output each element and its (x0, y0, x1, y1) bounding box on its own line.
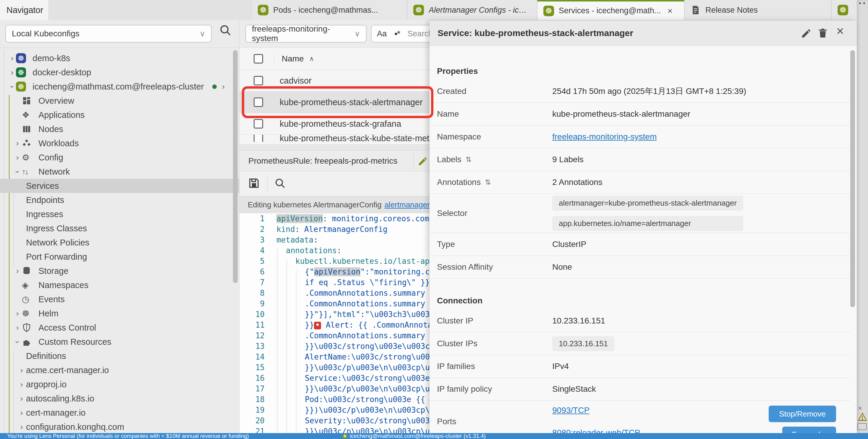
property-label: Namespace (430, 132, 552, 141)
sidebar-item-configuration-konghq-com[interactable]: ›configuration.konghq.com (0, 420, 240, 434)
chevron-right-icon[interactable]: › (8, 54, 16, 63)
case-sensitive-toggle[interactable]: Aa (377, 29, 387, 38)
sort-icon[interactable]: ⇅ (466, 156, 471, 164)
select-all-checkbox[interactable] (254, 54, 263, 64)
yaml-editor[interactable]: 1 apiVersion: monitoring.coreos.com/v12 … (240, 213, 430, 433)
table-row-kube-prometheus-stack-kube-state-metrics[interactable]: kube-prometheus-stack-kube-state-metrics (240, 135, 430, 142)
line-number: 6 (240, 267, 265, 277)
drawer-scrollbar[interactable] (850, 50, 855, 307)
sidebar-item-definitions[interactable]: Definitions (0, 349, 240, 363)
sidebar-item-port-forwarding[interactable]: Port Forwarding (0, 250, 240, 264)
line-number: 8 (240, 288, 265, 298)
chevron-right-icon[interactable]: › (13, 309, 22, 318)
edit-icon[interactable] (801, 27, 812, 40)
chevron-right-icon[interactable]: › (17, 380, 26, 389)
sidebar-item-ingresses[interactable]: Ingresses (0, 207, 240, 221)
sidebar-item-acme-cert-manager-io[interactable]: ›acme.cert-manager.io (0, 363, 240, 377)
chevron-down-icon[interactable]: › (13, 337, 22, 346)
storage-icon (22, 266, 31, 276)
chevron-right-icon[interactable]: › (13, 323, 22, 332)
code-line-6: 6 {"apiVersion":"monitoring.core (240, 267, 430, 277)
property-row-namespace: Namespacefreeleaps-monitoring-system (430, 126, 850, 148)
edit-icon[interactable] (417, 156, 429, 169)
save-icon[interactable] (248, 177, 260, 191)
stop-remove-button[interactable]: Stop/Remove (769, 406, 836, 422)
drawer-body: PropertiesCreated254d 17h 50m ago (2025年… (430, 46, 850, 433)
code-line-1: 1 apiVersion: monitoring.coreos.com/v1 (240, 213, 430, 224)
sidebar-item-demo-k8s[interactable]: ›☸demo-k8s (0, 51, 240, 65)
chevron-right-icon[interactable]: › (8, 68, 16, 77)
sort-asc-icon[interactable]: ∧ (309, 55, 314, 63)
row-checkbox[interactable] (254, 76, 263, 86)
tab-pods[interactable]: ☸Pods - icecheng@mathmas... (252, 0, 407, 20)
sidebar-item-argoproj-io[interactable]: ›argoproj.io (0, 377, 240, 392)
sidebar-item-cert-manager-io[interactable]: ›cert-manager.io (0, 406, 240, 420)
license-text: You're using Lens Personal (for individu… (7, 433, 249, 439)
sidebar-item-label: Overview (38, 96, 74, 106)
tab-services[interactable]: ☸Services - icecheng@math...× (537, 0, 684, 20)
forward-button[interactable]: Forward... (782, 427, 836, 433)
regex-toggle[interactable]: ▪* (394, 29, 400, 39)
trash-icon[interactable] (817, 27, 829, 40)
row-checkbox[interactable] (254, 135, 263, 142)
code-line-10: 10 }}"}],"html":"\u003ch3\u003e\u (240, 309, 430, 319)
sidebar-item-config[interactable]: ›⚙Config (0, 150, 240, 165)
chevron-down-icon[interactable]: › (8, 82, 16, 91)
sidebar-item-nodes[interactable]: Nodes (0, 122, 240, 136)
selector-chip: app.kubernetes.io/name=alertmanager (552, 216, 743, 231)
navigator-pane-tab[interactable]: Navigator (0, 0, 48, 20)
property-value: 9 Labels (552, 155, 584, 164)
sidebar-item-ingress-classes[interactable]: Ingress Classes (0, 221, 240, 235)
sidebar-item-endpoints[interactable]: Endpoints (0, 193, 240, 207)
kubeconfig-select[interactable]: Local Kubeconfigs ∨ (5, 25, 212, 42)
cluster-status[interactable]: ☸ icecheng@mathmast.com@freeleaps-cluste… (342, 433, 486, 439)
helm-icon: ☸ (22, 308, 30, 318)
search-input[interactable]: Aa ▪* Search (371, 25, 430, 42)
chevron-right-icon[interactable]: › (17, 408, 26, 417)
find-icon[interactable] (274, 177, 286, 190)
property-label: Cluster IPs (430, 339, 552, 348)
search-icon[interactable] (219, 24, 232, 38)
close-icon[interactable]: × (836, 24, 844, 38)
sidebar-item-network[interactable]: ›↑↓Network (0, 165, 240, 179)
tab-close-icon[interactable]: × (668, 6, 673, 16)
chevron-right-icon[interactable]: › (17, 423, 26, 432)
sidebar-item-icecheng-mathmast-com-freeleaps-cluster[interactable]: ›☸icecheng@mathmast.com@freeleaps-cluste… (0, 79, 240, 94)
sidebar-item-applications[interactable]: ❖Applications (0, 108, 240, 122)
tab-alertmanager[interactable]: ☸Alertmanager Configs - icec... (407, 0, 537, 20)
chevron-right-icon[interactable]: › (13, 267, 22, 276)
sidebar-item-workloads[interactable]: ›Workloads (0, 136, 240, 150)
editing-resource-link[interactable]: alertmanager (384, 200, 430, 209)
service-details-drawer: Service: kube-prometheus-stack-alertmana… (430, 21, 857, 433)
sidebar-item-label: Events (38, 295, 65, 304)
chevron-down-icon[interactable]: › (13, 167, 22, 176)
chevron-right-icon[interactable]: › (222, 82, 225, 91)
chevron-right-icon[interactable]: › (17, 366, 26, 375)
sidebar-item-helm[interactable]: ›☸Helm (0, 306, 240, 320)
prometheusrule-title: PrometheusRule: freepeals-prod-metrics (248, 156, 397, 166)
port-link[interactable]: 9093/TCP (552, 406, 640, 415)
namespace-select[interactable]: freeleaps-monitoring-system ∨ (245, 25, 367, 42)
sidebar-item-docker-desktop[interactable]: ›☸docker-desktop (0, 65, 240, 79)
row-checkbox[interactable] (254, 119, 263, 129)
namespace-link[interactable]: freeleaps-monitoring-system (552, 132, 657, 141)
sidebar-item-events[interactable]: ◷Events (0, 292, 240, 306)
chevron-right-icon[interactable]: › (13, 153, 22, 162)
tab-release[interactable]: Release Notes (684, 0, 831, 20)
kubeconfig-select-value: Local Kubeconfigs (12, 29, 80, 38)
sidebar-item-services[interactable]: Services (0, 179, 240, 193)
sidebar-item-storage[interactable]: ›Storage (0, 264, 240, 278)
name-column-header[interactable]: Name (282, 54, 304, 64)
property-value: SingleStack (552, 384, 596, 394)
sidebar-item-custom-resources[interactable]: ›Custom Resources (0, 335, 240, 349)
sidebar-scrollbar[interactable] (233, 50, 238, 283)
sidebar-item-network-policies[interactable]: Network Policies (0, 235, 240, 250)
chevron-right-icon[interactable]: › (13, 139, 22, 148)
sidebar-item-namespaces[interactable]: ◈Namespaces (0, 278, 240, 292)
sort-icon[interactable]: ⇅ (485, 178, 491, 187)
sidebar-item-access-control[interactable]: ›Access Control (0, 320, 240, 335)
port-link[interactable]: 8080:reloader-web/TCP (552, 428, 640, 433)
sidebar-item-autoscaling-k8s-io[interactable]: ›autoscaling.k8s.io (0, 392, 240, 406)
sidebar-item-overview[interactable]: Overview (0, 94, 240, 108)
chevron-right-icon[interactable]: › (17, 394, 26, 403)
